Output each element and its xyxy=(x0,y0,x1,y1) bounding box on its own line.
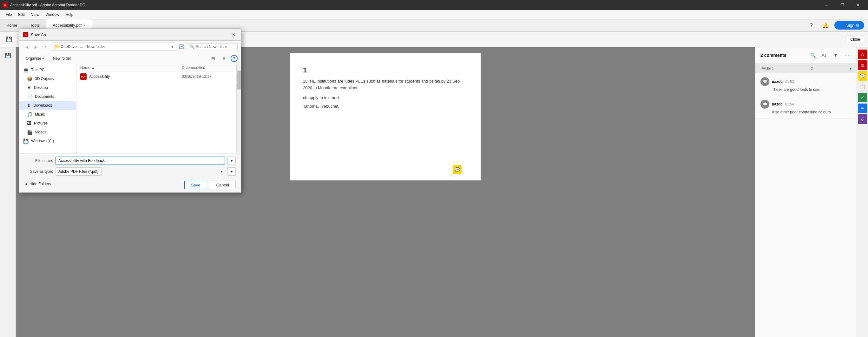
left-panel-strip: 💾 xyxy=(0,47,16,337)
right-strip-btn-6[interactable]: ✏ xyxy=(858,104,867,113)
nav-up-button[interactable]: ↑ xyxy=(41,43,50,51)
breadcrumb-dropdown-button[interactable]: ▾ xyxy=(172,45,173,49)
search-bar[interactable]: 🔍 xyxy=(187,43,238,50)
dialog-bottom: File name: ▾ Save as type: Adobe PDF Fil… xyxy=(19,153,241,193)
file-name-dropdown-button[interactable]: ▾ xyxy=(227,157,236,165)
dialog-footer-row: ▲ Hide Folders Save Cancel xyxy=(24,178,236,189)
bell-icon-button[interactable]: 🔔 xyxy=(820,20,831,30)
comments-sort-button[interactable]: A↕ xyxy=(820,51,829,60)
right-strip-btn-3[interactable]: 💬 xyxy=(858,71,867,81)
breadcrumb-bar: 📁 OneDrive - ... › New folder ▾ xyxy=(51,43,176,51)
pictures-icon: 🖼 xyxy=(27,121,31,126)
nav-back-button[interactable]: ◀ xyxy=(23,43,31,51)
file-name-row: File name: ▾ xyxy=(24,157,236,165)
acrobat-window: A Accessibility.pdf - Adobe Acrobat Read… xyxy=(0,0,868,337)
tree-item-windows-c[interactable]: 💾 Windows (C:) xyxy=(19,137,76,145)
right-strip-btn-4[interactable]: 📋 xyxy=(858,82,867,91)
vertical-scrollbar[interactable] xyxy=(236,64,241,153)
comment-user-2: uazdc xyxy=(772,102,783,106)
window-title: Accessibility.pdf - Adobe Acrobat Reader… xyxy=(10,3,819,7)
organise-dropdown-icon: ▾ xyxy=(42,56,44,61)
minimize-button[interactable]: – xyxy=(819,0,834,10)
close-toolbar-button[interactable]: Close xyxy=(846,35,864,43)
comments-filter-button[interactable]: ▼ xyxy=(831,51,840,60)
tab-bar-right: ? 🔔 👤 Sign In xyxy=(803,19,868,31)
comments-search-button[interactable]: 🔍 xyxy=(808,51,817,60)
right-strip-btn-1[interactable]: A xyxy=(858,50,867,59)
restore-button[interactable]: ❐ xyxy=(835,0,849,10)
menu-window[interactable]: Window xyxy=(42,11,62,18)
tree-item-desktop[interactable]: 🖥 Desktop xyxy=(19,83,76,92)
save-toolbar-button[interactable]: 💾 xyxy=(4,34,14,45)
view-details-button[interactable]: ≡ xyxy=(220,54,228,62)
comment-time-2: 01:54 xyxy=(785,102,794,106)
cancel-button[interactable]: Cancel xyxy=(210,181,236,189)
right-strip-btn-7[interactable]: 🛡 xyxy=(858,114,867,124)
file-name: Accessibility xyxy=(89,74,182,79)
dialog-toolbar: Organise ▾ New folder ⊞ ≡ ? xyxy=(19,53,241,64)
comments-header: 2 comments 🔍 A↕ ▼ ··· xyxy=(755,47,857,64)
tree-item-downloads[interactable]: ⬇ Downloads xyxy=(19,101,76,110)
sign-in-button[interactable]: 👤 Sign In xyxy=(834,21,864,30)
scrollbar-thumb[interactable] xyxy=(237,71,241,90)
right-strip-btn-5[interactable]: ✓ xyxy=(858,93,867,102)
column-name-header[interactable]: Name ▲ xyxy=(80,65,182,70)
file-row-accessibility[interactable]: PDF Accessibility 03/10/2019 13:17 xyxy=(76,72,236,82)
comment-avatar-1: 💬 xyxy=(761,77,769,86)
page-count: 2 xyxy=(811,66,813,71)
save-type-select[interactable]: Adobe PDF Files (*.pdf) xyxy=(56,167,101,176)
comment-meta-1: 💬 uazdc 01:53 xyxy=(761,77,851,86)
tree-item-this-pc[interactable]: 💻 This PC xyxy=(19,65,76,74)
breadcrumb-root: OneDrive - ... xyxy=(61,45,83,49)
pdf-fonts-line: Tahoma, Trebuchet, xyxy=(303,104,468,109)
tree-item-videos[interactable]: 🎬 Videos xyxy=(19,128,76,137)
comment-text-1: These are good fonts to use. xyxy=(772,87,851,92)
tree-item-3d-objects[interactable]: 📦 3D Objects xyxy=(19,74,76,83)
title-bar: A Accessibility.pdf - Adobe Acrobat Read… xyxy=(0,0,868,10)
close-button[interactable]: ✕ xyxy=(851,0,865,10)
file-name-input[interactable] xyxy=(56,157,225,165)
app-icon: A xyxy=(3,3,8,8)
help-icon-button[interactable]: ? xyxy=(806,20,816,30)
tab-close-button[interactable]: × xyxy=(84,24,86,27)
nav-forward-button[interactable]: ▶ xyxy=(32,43,40,51)
new-folder-button[interactable]: New folder xyxy=(50,55,74,62)
tree-item-music[interactable]: 🎵 Music xyxy=(19,110,76,119)
comment-user-1: uazdc xyxy=(772,79,783,84)
videos-icon: 🎬 xyxy=(27,130,32,135)
tree-item-pictures[interactable]: 🖼 Pictures xyxy=(19,119,76,128)
desktop-icon: 🖥 xyxy=(27,85,31,90)
filelist-header: Name ▲ Date modified xyxy=(76,64,236,72)
comments-title: 2 comments xyxy=(761,53,806,58)
menu-edit[interactable]: Edit xyxy=(15,11,28,18)
toolbar-divider-1 xyxy=(17,35,18,44)
help-button[interactable]: ? xyxy=(230,55,238,62)
comment-annotation-icon[interactable]: 💬 xyxy=(453,165,462,174)
hide-folders-arrow-icon: ▲ xyxy=(24,182,28,186)
menu-bar: File Edit View Window Help xyxy=(0,10,868,19)
tree-item-documents[interactable]: 📄 Documents xyxy=(19,92,76,101)
hide-folders-button[interactable]: ▲ Hide Folders xyxy=(24,182,51,186)
pdf-file-icon: PDF xyxy=(80,74,87,80)
dialog-close-button[interactable]: ✕ xyxy=(230,31,237,38)
comment-item-2: 💬 uazdc 01:54 Also other poor contrastin… xyxy=(755,96,857,118)
save-type-dropdown-button[interactable]: ▾ xyxy=(227,167,236,176)
menu-file[interactable]: File xyxy=(3,11,15,18)
column-date-header[interactable]: Date modified xyxy=(182,65,232,70)
dialog-tree: 💻 This PC 📦 3D Objects 🖥 Desktop 📄 Docum… xyxy=(19,64,76,153)
save-button[interactable]: Save xyxy=(184,181,207,189)
right-strip-btn-2[interactable]: ▤ xyxy=(858,60,867,70)
organise-button[interactable]: Organise ▾ xyxy=(23,55,47,62)
documents-icon: 📄 xyxy=(27,94,32,99)
menu-help[interactable]: Help xyxy=(62,11,77,18)
pdf-paragraph-1: 18, HE institutions are ludes VLEs such … xyxy=(303,78,468,91)
view-button[interactable]: ⊞ xyxy=(209,54,217,62)
dialog-filelist: Name ▲ Date modified PDF Accessibility 0… xyxy=(76,64,236,153)
comment-item-1: 💬 uazdc 01:53 These are good fonts to us… xyxy=(755,74,857,96)
search-input[interactable] xyxy=(196,45,235,49)
window-controls: – ❐ ✕ xyxy=(819,0,865,10)
refresh-button[interactable]: 🔄 xyxy=(177,43,186,51)
panel-button-1[interactable]: 💾 xyxy=(2,50,13,61)
menu-view[interactable]: View xyxy=(28,11,42,18)
comments-more-button[interactable]: ··· xyxy=(843,51,851,60)
